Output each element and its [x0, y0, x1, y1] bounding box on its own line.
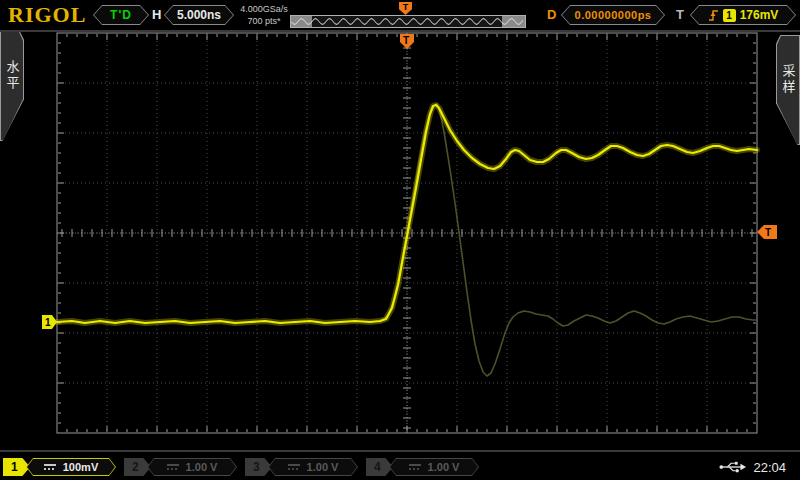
- channel-3-scale: 1.00 V: [307, 461, 339, 473]
- channel-2-group[interactable]: 2 1.00 V: [124, 458, 237, 476]
- memory-depth: 700 pts*: [235, 15, 293, 27]
- svg-text:T: T: [765, 227, 771, 238]
- trigger-level-marker[interactable]: T: [757, 225, 777, 239]
- channel-3-badge[interactable]: 3: [245, 458, 272, 476]
- memory-trigger-pointer[interactable]: T: [399, 2, 412, 15]
- trigger-status-box[interactable]: T'D: [93, 5, 149, 25]
- rigol-logo: RIGOL: [8, 2, 86, 28]
- channel-1-badge[interactable]: 1: [3, 458, 30, 476]
- ch1-ground-marker[interactable]: 1: [42, 315, 57, 329]
- top-status-bar: RIGOL T'D H 5.000ns 4.000GSa/s 700 pts* …: [0, 0, 800, 32]
- trigger-source-badge: 1: [723, 9, 736, 22]
- channel-2-badge[interactable]: 2: [124, 458, 151, 476]
- dc-coupling-icon: [288, 464, 300, 471]
- channel-status-bar: 1 100mV 2 1.00 V 3 1.00 V 4: [0, 450, 800, 480]
- dc-coupling-icon: [409, 464, 421, 471]
- tab-horizontal-label: 水平: [3, 60, 22, 140]
- channel-4-box[interactable]: 1.00 V: [389, 458, 479, 476]
- delay-label: D: [547, 7, 556, 22]
- ghost-trace: [380, 104, 757, 376]
- channel-3-group[interactable]: 3 1.00 V: [245, 458, 358, 476]
- horizontal-label: H: [152, 7, 161, 22]
- channel-2-box[interactable]: 1.00 V: [147, 458, 237, 476]
- memory-position-bar[interactable]: [290, 15, 526, 28]
- usb-icon: [719, 460, 747, 474]
- trigger-position-marker[interactable]: T: [400, 34, 414, 49]
- tab-sample-menu[interactable]: 采样: [776, 35, 800, 145]
- channel-1-scale: 100mV: [63, 461, 98, 473]
- svg-text:T: T: [403, 35, 409, 46]
- channel-1-box[interactable]: 100mV: [26, 458, 116, 476]
- dc-coupling-icon: [167, 464, 179, 471]
- channel-2-scale: 1.00 V: [186, 461, 218, 473]
- trigger-label: T: [676, 7, 684, 22]
- channel-4-group[interactable]: 4 1.00 V: [366, 458, 479, 476]
- svg-text:1: 1: [45, 317, 51, 328]
- delay-value: 0.00000000ps: [575, 9, 652, 21]
- trigger-level-value: 176mV: [740, 8, 779, 22]
- channel-3-box[interactable]: 1.00 V: [268, 458, 358, 476]
- waveform-display: 1 T T: [0, 0, 800, 480]
- delay-box[interactable]: 0.00000000ps: [561, 5, 665, 25]
- sample-rate: 4.000GSa/s: [235, 3, 293, 15]
- timebase-value: 5.000ns: [177, 8, 221, 22]
- channel-4-scale: 1.00 V: [428, 461, 460, 473]
- clock: 22:04: [753, 460, 786, 475]
- tab-sample-label: 采样: [779, 64, 798, 144]
- memory-waveform-icon: [291, 16, 523, 27]
- trigger-status-label: T'D: [110, 8, 132, 22]
- rising-edge-icon: [708, 9, 719, 22]
- dc-coupling-icon: [44, 464, 56, 471]
- tab-horizontal-menu[interactable]: 水平: [0, 31, 24, 141]
- channel-1-group[interactable]: 1 100mV: [3, 458, 116, 476]
- acquisition-info: 4.000GSa/s 700 pts*: [235, 3, 293, 27]
- channel-4-badge[interactable]: 4: [366, 458, 393, 476]
- timebase-box[interactable]: 5.000ns: [164, 5, 234, 25]
- trigger-settings-box[interactable]: 1 176mV: [690, 5, 796, 25]
